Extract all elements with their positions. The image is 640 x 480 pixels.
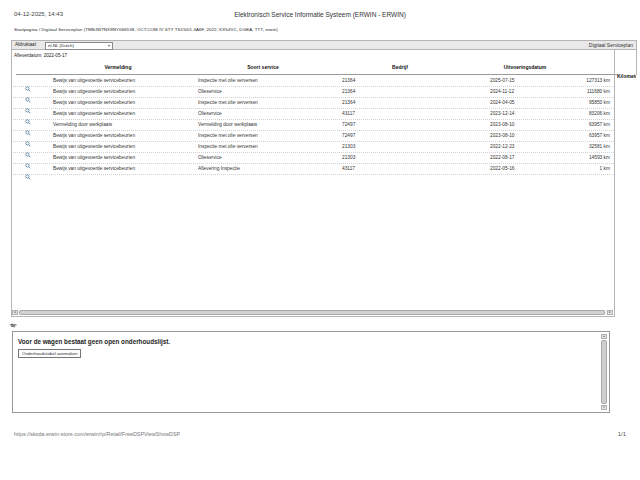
cell-vermelding: Bewijs van uitgevoerde servicebeurten	[53, 144, 135, 149]
cell-soort-service: Vermelding door werkplaats	[198, 122, 257, 127]
cell-soort-service: Inspectie met olie verversen	[198, 100, 258, 105]
cell-bedrijf: 72497	[342, 122, 355, 127]
print-language-label: Afdruktaal:	[15, 41, 37, 49]
footer-url: https://skoda.erwin-store.com/erwin/rp/R…	[14, 431, 180, 437]
breadcrumb: Startpagina / Digitaal Serviceplan (TMBJ…	[14, 27, 278, 32]
cell-bedrijf: 21303	[342, 155, 355, 160]
container-bottom-border	[11, 316, 615, 317]
cell-bedrijf: 21364	[342, 89, 355, 94]
tabs: Bewijs van uitgevoerde servicebeurten (D…	[12, 318, 15, 331]
cell-uitvoeringsdatum: 2022-08-17	[490, 155, 515, 160]
table-body: Bewijs van uitgevoerde servicebeurten In…	[11, 76, 614, 175]
cell-kilometerstand: 83206 km	[589, 111, 610, 116]
cell-vermelding: Bewijs van uitgevoerde servicebeurten	[53, 155, 135, 160]
print-language-value: nl-NL (Dutch)	[48, 43, 74, 48]
cell-bedrijf: 21364	[342, 78, 355, 83]
create-maintenance-table-button[interactable]: Onderhoudstabel aanmaken	[18, 349, 81, 358]
cell-bedrijf: 72497	[342, 133, 355, 138]
header-divider	[16, 74, 617, 75]
table-row: Bewijs van uitgevoerde servicebeurten In…	[11, 98, 614, 109]
page-indicator: 1/1	[618, 431, 626, 437]
delivery-date-value: 2022-05-17	[44, 53, 68, 58]
scroll-down-arrow-icon[interactable]: ▾	[601, 405, 607, 410]
cell-vermelding: Vermelding door werkplaats	[53, 122, 112, 127]
delivery-date: Afleverdatum: 2022-05-17	[14, 53, 67, 58]
cell-vermelding: Bewijs van uitgevoerde servicebeurten	[53, 78, 135, 83]
cell-soort-service: Olieservice	[198, 155, 222, 160]
cell-soort-service: Olieservice	[198, 111, 222, 116]
cell-vermelding: Bewijs van uitgevoerde servicebeurten	[53, 133, 135, 138]
cell-vermelding: Bewijs van uitgevoerde servicebeurten	[53, 89, 135, 94]
cell-kilometerstand: 111680 km	[587, 89, 610, 94]
cell-bedrijf: 21303	[342, 144, 355, 149]
vertical-scrollbar[interactable]: ▴ ▾	[601, 334, 607, 410]
table-row: Bewijs van uitgevoerde servicebeurten In…	[11, 131, 614, 142]
table-row: Vermelding door werkplaats Vermelding do…	[11, 120, 614, 131]
container-right-border	[636, 49, 637, 75]
column-header-uitvoeringsdatum: Uitvoeringsdatum	[504, 64, 547, 70]
digitaal-serviceplan-label: Digitaal Serviceplan	[589, 41, 633, 50]
table-right-border	[614, 49, 615, 316]
scroll-up-arrow-icon[interactable]: ▴	[601, 334, 607, 339]
cell-soort-service: Olieservice	[198, 89, 222, 94]
cell-vermelding: Bewijs van uitgevoerde servicebeurten	[53, 111, 135, 116]
table-row: Bewijs van uitgevoerde servicebeurten In…	[11, 142, 614, 153]
column-header-vermelding: Vermelding	[105, 64, 132, 70]
cell-kilometerstand: 63957 km	[589, 122, 610, 127]
chevron-down-icon: ▾	[108, 43, 110, 49]
container-left-border	[11, 49, 12, 317]
cell-soort-service: Inspectie met olie verversen	[198, 144, 258, 149]
cell-kilometerstand: 95850 km	[589, 100, 610, 105]
cell-bedrijf: 21364	[342, 100, 355, 105]
cell-vermelding: Bewijs van uitgevoerde servicebeurten	[53, 100, 135, 105]
cell-soort-service: Inspectie met olie verversen	[198, 78, 258, 83]
cell-soort-service: Aflevering Inspectie	[198, 166, 240, 171]
tab-content-panel: Voor de wagen bestaat geen open onderhou…	[12, 331, 610, 413]
column-header-kilometerstand: Kilometerstand	[617, 64, 636, 82]
cell-kilometerstand: 14593 km	[589, 155, 610, 160]
cell-uitvoeringsdatum: 2022-12-23	[490, 144, 515, 149]
cell-kilometerstand: 32581 km	[589, 144, 610, 149]
column-header-soort-service: Soort service	[247, 64, 279, 70]
cell-kilometerstand: 1 km	[600, 166, 610, 171]
vertical-scrollbar-thumb[interactable]	[601, 340, 607, 404]
table-row: Bewijs van uitgevoerde servicebeurten Ol…	[11, 87, 614, 98]
scroll-right-arrow-icon[interactable]: ▸	[607, 310, 613, 315]
magnifier-icon[interactable]	[25, 166, 31, 184]
cell-uitvoeringsdatum: 2023-08-10	[490, 122, 515, 127]
serviceplan-container: Afdruktaal: nl-NL (Dutch) ▾ Digitaal Ser…	[11, 40, 637, 317]
cell-uitvoeringsdatum: 2023-12-14	[490, 111, 515, 116]
cell-uitvoeringsdatum: 2024-11-12	[490, 89, 514, 94]
print-language-select[interactable]: nl-NL (Dutch) ▾	[45, 42, 113, 50]
scroll-left-arrow-icon[interactable]: ◂	[12, 310, 18, 315]
no-open-maintenance-message: Voor de wagen bestaat geen open onderhou…	[18, 338, 170, 345]
table-row: Bewijs van uitgevoerde servicebeurten In…	[11, 76, 614, 87]
cell-kilometerstand: 63957 km	[589, 133, 610, 138]
toolbar: Afdruktaal: nl-NL (Dutch) ▾ Digitaal Ser…	[11, 40, 637, 50]
cell-bedrijf: 43117	[342, 111, 355, 116]
delivery-date-label: Afleverdatum:	[14, 53, 42, 58]
cell-vermelding: Bewijs van uitgevoerde servicebeurten	[53, 166, 135, 171]
tab-label: Vermelding werkplaats	[0, 323, 50, 328]
cell-kilometerstand: 127313 km	[586, 78, 610, 83]
table-row: Bewijs van uitgevoerde servicebeurten Ol…	[11, 109, 614, 120]
horizontal-scrollbar[interactable]: ◂ ▸	[12, 310, 613, 315]
table-row: Bewijs van uitgevoerde servicebeurten Af…	[11, 164, 614, 175]
table-row: Bewijs van uitgevoerde servicebeurten Ol…	[11, 153, 614, 164]
page-title: Elektronisch Service Informatie Systeem …	[0, 11, 640, 18]
horizontal-scrollbar-thumb[interactable]	[19, 310, 605, 315]
cell-uitvoeringsdatum: 2022-05-16	[490, 166, 515, 171]
cell-uitvoeringsdatum: 2025-07-15	[490, 78, 515, 83]
column-header-bedrijf: Bedrijf	[392, 64, 408, 70]
cell-bedrijf: 43117	[342, 166, 355, 171]
cell-uitvoeringsdatum: 2023-08-10	[490, 133, 515, 138]
cell-soort-service: Inspectie met olie verversen	[198, 133, 258, 138]
cell-uitvoeringsdatum: 2024-04-05	[490, 100, 515, 105]
